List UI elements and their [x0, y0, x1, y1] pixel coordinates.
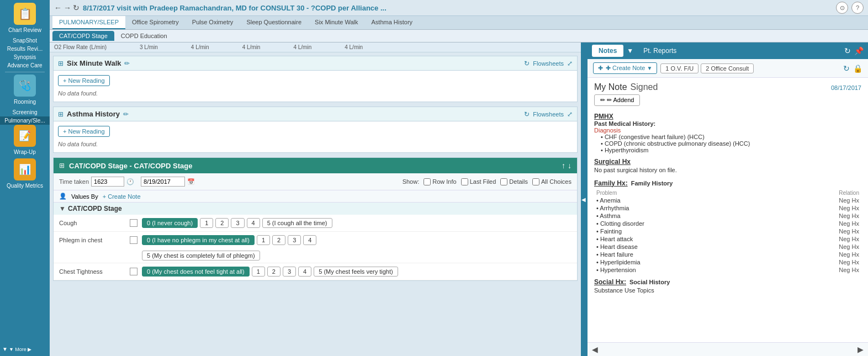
note-tab-office-consult[interactable]: 2 Office Consult	[701, 63, 754, 73]
tab-six-minute[interactable]: Six Minute Walk	[308, 16, 364, 29]
create-note-dropdown-icon[interactable]: ▼	[647, 65, 652, 71]
refresh-icon-smw[interactable]: ↻	[524, 60, 530, 67]
cough-opt-0[interactable]: 0 (I never cough)	[142, 218, 198, 228]
help-icon[interactable]: ?	[851, 2, 864, 14]
relation-col-header: Relation	[781, 189, 861, 196]
new-reading-btn-ah[interactable]: + New Reading	[58, 126, 110, 137]
sidebar-item-label-wrapup[interactable]: Quality Metrics	[0, 182, 50, 190]
more-label[interactable]: ▼ More ▶	[9, 347, 31, 352]
phlegm-opt-4[interactable]: 4	[303, 235, 316, 245]
sidebar-item-snapshot[interactable]: SnapShot	[0, 36, 50, 45]
share-icon[interactable]: ⊙	[836, 2, 848, 14]
chest-opt-3[interactable]: 3	[283, 267, 296, 277]
phlegm-opt-3[interactable]: 3	[288, 235, 301, 245]
addend-button[interactable]: ✏ ✏ Addend	[594, 94, 640, 106]
vertical-divider[interactable]: ◀	[581, 42, 586, 356]
phlegm-opt-5[interactable]: 5 (My chest is completely full of phlegm…	[142, 251, 260, 261]
rooming-icon[interactable]: 🩺	[14, 75, 36, 97]
last-filed-checkbox-label[interactable]: Last Filed	[461, 178, 496, 185]
tab-pt-reports[interactable]: Pt. Reports	[637, 45, 683, 57]
sidebar-item-results[interactable]: Results Revi...	[0, 45, 50, 53]
scroll-left-icon[interactable]: ◀	[592, 345, 598, 354]
tab-pulse[interactable]: Pulse Oximetry	[186, 16, 240, 29]
note-tab-ov[interactable]: 1 O.V. F/U	[660, 63, 698, 73]
phlegm-opt-0[interactable]: 0 (I have no phlegm in my chest at all)	[142, 235, 255, 245]
edit-icon-ah[interactable]: ✏	[123, 110, 129, 118]
sidebar-item-advance-care[interactable]: Advance Care	[0, 61, 50, 70]
sidebar-item-label-chart-review[interactable]: Chart Review	[0, 26, 50, 34]
cough-opt-4[interactable]: 4	[247, 218, 260, 228]
cat-nav-down[interactable]: ↓	[568, 161, 571, 170]
last-filed-checkbox[interactable]	[461, 178, 468, 185]
notes-pin-icon[interactable]: 📌	[854, 46, 864, 55]
cough-opt-1[interactable]: 1	[200, 218, 213, 228]
chest-opt-5[interactable]: 5 (My chest feels very tight)	[314, 267, 398, 277]
chest-opt-0[interactable]: 0 (My chest does not feel tight at all)	[142, 267, 250, 277]
all-choices-checkbox-label[interactable]: All Choices	[532, 178, 571, 185]
sidebar-more[interactable]: ▼ ▼ More ▶	[0, 345, 50, 353]
sidebar-item-quality[interactable]	[0, 192, 50, 194]
tab-sleep-questionnaire[interactable]: Sleep Questionnaire	[240, 16, 308, 29]
sidebar-item-pulmonary[interactable]: Pulmonary/Sle...	[0, 116, 50, 125]
details-checkbox-label[interactable]: Details	[500, 178, 528, 185]
plan-icon[interactable]: 📝	[14, 125, 36, 147]
sidebar-item-screening[interactable]: Screening	[0, 108, 50, 116]
details-checkbox[interactable]	[500, 178, 507, 185]
phlegm-opt-2[interactable]: 2	[272, 235, 285, 245]
notes-sync-icon[interactable]: ↻	[843, 64, 850, 73]
back-button[interactable]: ←	[54, 3, 62, 12]
chest-tightness-checkbox[interactable]	[130, 268, 137, 275]
refresh-icon-ah[interactable]: ↻	[524, 110, 530, 118]
expand-icon-ah[interactable]: ⤢	[567, 110, 573, 118]
phlegm-opt-1[interactable]: 1	[257, 235, 270, 245]
refresh-button[interactable]: ↻	[73, 3, 80, 12]
create-note-link[interactable]: + Create Note	[103, 193, 141, 200]
new-reading-btn-smw[interactable]: + New Reading	[58, 75, 110, 86]
cough-opt-5[interactable]: 5 (I cough all the time)	[262, 218, 332, 228]
flowsheets-link-smw[interactable]: Flowsheets	[533, 60, 564, 67]
sidebar-item-synopsis[interactable]: Synopsis	[0, 53, 50, 61]
sidebar-item-label-plan[interactable]: Wrap-Up	[0, 148, 50, 156]
ah-actions: ↻ Flowsheets ⤢	[524, 110, 573, 118]
flowsheets-link-ah[interactable]: Flowsheets	[533, 111, 564, 118]
clock-icon: 🕐	[126, 178, 134, 185]
scroll-right-icon[interactable]: ▶	[858, 345, 864, 354]
chest-opt-2[interactable]: 2	[267, 267, 280, 277]
top-bar: ← → ↻ 8/17/2017 visit with Pradeep Ramac…	[50, 0, 868, 16]
collapse-icon[interactable]: ▼	[59, 205, 66, 212]
all-choices-checkbox[interactable]	[532, 178, 539, 185]
chest-opt-1[interactable]: 1	[252, 267, 265, 277]
notes-refresh-icon[interactable]: ↻	[844, 46, 851, 55]
subtab-cat-copd[interactable]: CAT/COPD Stage	[52, 31, 114, 41]
forward-button[interactable]: →	[63, 3, 71, 12]
phlegm-checkbox[interactable]	[130, 236, 137, 244]
chest-opt-4[interactable]: 4	[298, 267, 311, 277]
row-info-checkbox-label[interactable]: Row Info	[424, 178, 456, 185]
row-info-checkbox[interactable]	[424, 178, 431, 185]
sidebar-item-plan[interactable]: 📝 Wrap-Up	[0, 125, 50, 156]
expand-icon-smw[interactable]: ⤢	[567, 60, 573, 67]
notes-tab-dropdown[interactable]: ▼	[626, 46, 634, 56]
create-note-button[interactable]: ✚ ✚ Create Note ▼	[593, 62, 657, 74]
date-input[interactable]	[141, 177, 185, 187]
edit-icon-smw[interactable]: ✏	[124, 60, 130, 67]
sidebar-item-label-rooming[interactable]: Rooming	[0, 98, 50, 106]
cat-nav-up[interactable]: ↑	[562, 161, 565, 170]
sidebar-item-wrapup[interactable]: 📊 Quality Metrics	[0, 158, 50, 190]
tab-pulmonary-sleep[interactable]: PULMONARY/SLEEP	[52, 16, 125, 29]
notes-lock-icon[interactable]: 🔒	[853, 64, 862, 73]
subtab-copd-education[interactable]: COPD Education	[114, 31, 174, 41]
time-taken-label: Time taken	[59, 178, 89, 185]
cough-opt-2[interactable]: 2	[215, 218, 229, 228]
chart-review-icon[interactable]: 📋	[14, 3, 36, 25]
time-taken-input[interactable]	[91, 177, 124, 187]
tab-notes[interactable]: Notes	[592, 45, 623, 57]
sidebar-item-chart-review[interactable]: 📋 Chart Review	[0, 3, 50, 34]
cough-checkbox[interactable]	[130, 219, 137, 227]
tab-spirometry[interactable]: Office Spirometry	[125, 16, 186, 29]
cough-opt-3[interactable]: 3	[231, 218, 244, 228]
sidebar-item-rooming[interactable]: 🩺 Rooming	[0, 75, 50, 106]
tab-asthma[interactable]: Asthma History	[365, 16, 420, 29]
cough-row: Cough 0 (I never cough) 1 2 3 4 5 (I cou…	[54, 215, 577, 232]
wrapup-icon[interactable]: 📊	[14, 158, 36, 180]
